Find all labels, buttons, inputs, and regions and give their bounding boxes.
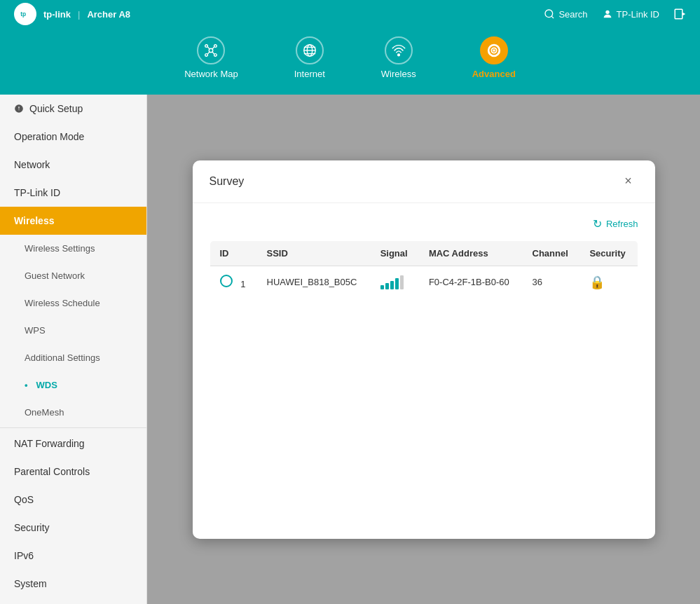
sidebar-item-quick-setup[interactable]: Quick Setup [0,95,146,123]
table-row[interactable]: 1 HUAWEI_B818_B05C [210,266,638,298]
sidebar-item-onemesh[interactable]: OneMesh [0,399,146,426]
cell-channel: 36 [523,266,580,298]
sidebar-item-wireless[interactable]: Wireless [0,207,146,235]
cell-security: 🔒 [579,266,638,298]
svg-point-4 [605,11,609,14]
sidebar-divider-1 [0,427,146,428]
refresh-icon: ↻ [593,217,602,231]
tab-internet[interactable]: Internet [287,33,332,83]
logo-area: tp tp-link | Archer A8 [14,3,130,25]
sidebar-item-tplink-id[interactable]: TP-Link ID [0,179,146,207]
sidebar-item-security[interactable]: Security [0,514,146,542]
signal-bar-5 [400,275,404,289]
svg-line-11 [208,47,210,49]
col-ssid: SSID [257,240,371,266]
cell-ssid: HUAWEI_B818_B05C [257,266,371,298]
sidebar-item-parental-controls[interactable]: Parental Controls [0,458,146,486]
cell-id: 1 [240,279,245,289]
cell-mac: F0-C4-2F-1B-B0-60 [419,266,523,298]
sidebar-item-wireless-schedule[interactable]: Wireless Schedule [0,289,146,317]
tab-internet-label: Internet [294,69,325,79]
svg-text:tp: tp [20,11,26,18]
table-header-row: ID SSID Signal MAC Address Channel Secur… [210,240,638,266]
sidebar-item-network[interactable]: Network [0,151,146,179]
svg-line-3 [551,16,554,18]
modal-toolbar: ↻ Refresh [210,217,638,231]
row-radio-button[interactable] [220,275,233,287]
signal-bar-3 [390,281,394,289]
header-actions: Search TP-Link ID [544,8,686,20]
signal-bar-2 [385,283,389,289]
lock-icon: 🔒 [589,275,605,289]
sidebar-item-wireless-settings[interactable]: Wireless Settings [0,235,146,262]
sidebar-item-wds[interactable]: • WDS [0,371,146,399]
signal-bar-4 [395,278,399,289]
col-signal: Signal [371,240,419,266]
svg-line-12 [212,47,214,49]
brand-name: tp-link [43,9,71,20]
col-security: Security [579,240,638,266]
tab-advanced-label: Advanced [472,69,516,79]
tab-network-map[interactable]: Network Map [177,33,245,83]
header: tp tp-link | Archer A8 Search TP-Link ID [0,0,700,95]
svg-rect-5 [675,9,682,19]
internet-icon [296,36,324,64]
logout-button[interactable] [673,8,686,20]
header-top: tp tp-link | Archer A8 Search TP-Link ID [0,0,700,28]
brand-separator: | [78,9,80,20]
modal-header: Survey × [193,160,655,203]
nav-tabs: Network Map Internet [0,28,700,95]
svg-line-14 [212,52,214,54]
signal-strength-indicator [380,275,409,289]
svg-point-9 [205,54,208,57]
svg-point-10 [214,54,217,57]
advanced-icon [480,36,508,64]
cell-radio[interactable]: 1 [210,266,257,298]
sidebar-item-guest-network[interactable]: Guest Network [0,262,146,289]
modal-overlay: Survey × ↻ Refresh [147,95,700,604]
tab-wireless[interactable]: Wireless [374,33,423,83]
model-name: Archer A8 [87,9,130,20]
survey-table: ID SSID Signal MAC Address Channel Secur… [210,240,638,299]
search-button[interactable]: Search [544,8,587,20]
sidebar: Quick Setup Operation Mode Network TP-Li… [0,95,147,604]
col-id: ID [210,240,257,266]
tab-network-map-label: Network Map [184,69,238,79]
svg-point-20 [397,54,399,56]
refresh-label: Refresh [606,219,638,229]
svg-point-7 [205,45,208,48]
modal-close-button[interactable]: × [619,172,638,191]
account-label: TP-Link ID [617,9,659,20]
survey-modal: Survey × ↻ Refresh [193,160,655,539]
search-label: Search [558,9,587,20]
sidebar-item-ipv6[interactable]: IPv6 [0,542,146,570]
main-layout: Quick Setup Operation Mode Network TP-Li… [0,95,700,604]
tab-advanced[interactable]: Advanced [465,33,523,83]
svg-point-2 [545,10,553,18]
content-area: Survey × ↻ Refresh [147,95,700,604]
sidebar-item-nat-forwarding[interactable]: NAT Forwarding [0,430,146,458]
sidebar-item-system[interactable]: System [0,570,146,598]
modal-body: ↻ Refresh ID SSID Signal MAC Address Cha… [193,203,655,539]
cell-signal [371,266,419,298]
col-channel: Channel [523,240,580,266]
svg-point-8 [214,45,217,48]
sidebar-item-wps[interactable]: WPS [0,317,146,344]
sidebar-item-additional-settings[interactable]: Additional Settings [0,344,146,371]
network-map-icon [197,36,225,64]
sidebar-item-operation-mode[interactable]: Operation Mode [0,123,146,151]
brand-logo-icon: tp [14,3,36,25]
sidebar-item-qos[interactable]: QoS [0,486,146,514]
modal-title: Survey [210,175,245,188]
account-button[interactable]: TP-Link ID [602,8,659,20]
col-mac: MAC Address [419,240,523,266]
tab-wireless-label: Wireless [381,69,416,79]
signal-bar-1 [380,285,384,289]
wireless-icon [385,36,413,64]
svg-line-13 [208,52,210,54]
refresh-button[interactable]: ↻ Refresh [593,217,638,231]
